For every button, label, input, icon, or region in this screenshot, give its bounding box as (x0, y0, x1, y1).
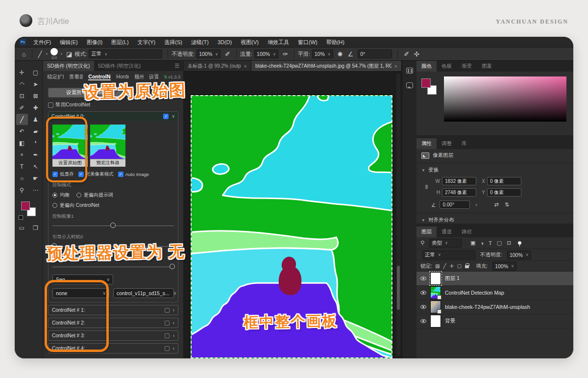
subtab[interactable]: 稳定扩散 (47, 74, 64, 80)
option-checkbox[interactable]: Auto Image (118, 171, 149, 177)
panel-tab[interactable]: 颜色 (416, 61, 437, 72)
lock-pixels-icon[interactable]: ╱ (443, 263, 446, 269)
tool-gradient[interactable]: ◧ (16, 137, 28, 149)
filter-shape-icon[interactable]: ▢ (497, 240, 502, 246)
menu-item[interactable]: 图层(L) (107, 39, 133, 45)
tool-history-brush[interactable]: ↶ (16, 126, 28, 137)
tool-lasso[interactable]: ◠ (16, 78, 28, 90)
filter-type-icon[interactable]: T (489, 240, 492, 246)
tool-path-select[interactable]: ↖ (30, 161, 42, 172)
close-icon[interactable]: × (244, 63, 247, 69)
y-input[interactable]: 0 像素 (487, 188, 521, 197)
symmetry-icon[interactable]: ✣ (414, 50, 419, 58)
document-tab[interactable]: blake-cheek-T24pwZ7AIhM-unsplash.jpg @ 5… (251, 61, 402, 71)
panel-tab[interactable]: 库 (457, 138, 472, 149)
panel-tab[interactable]: 通道 (437, 227, 457, 237)
layer-thumbnail[interactable] (430, 286, 441, 299)
subtab[interactable]: ControlNet (88, 74, 111, 80)
panel-tab[interactable]: 调整 (437, 138, 457, 149)
opacity-select[interactable]: 100% (196, 50, 220, 58)
quick-mask-button[interactable]: ▭ (16, 222, 28, 233)
plugin-tab[interactable]: SD插件 (明空汉化) (43, 61, 94, 71)
foreground-color-swatch[interactable] (21, 202, 30, 210)
pressure-size-icon[interactable]: ✐ (404, 50, 409, 58)
history-panel-icon[interactable] (406, 68, 413, 74)
layer-opacity-select[interactable]: 100% (507, 251, 531, 259)
layer-fill-select[interactable]: 100% (492, 262, 516, 271)
menu-item[interactable]: 视图(V) (236, 39, 263, 45)
link-dimensions-icon[interactable]: ∞ (423, 183, 430, 190)
canvas-scrollbar[interactable] (396, 74, 400, 356)
expand-chevron-icon[interactable]: ‹ (173, 346, 174, 351)
flip-horizontal-icon[interactable]: ⇄ (494, 202, 499, 208)
tool-blur[interactable]: ❛ (30, 137, 42, 149)
tool-hand[interactable]: ☛ (30, 173, 42, 184)
panel-tab[interactable]: 图层 (416, 227, 437, 237)
lock-artboard-icon[interactable]: ▢ (457, 263, 462, 269)
tool-brush[interactable]: ╱ (16, 114, 28, 125)
checkbox-icon[interactable] (165, 308, 170, 313)
menu-item[interactable]: 增效工具 (263, 39, 294, 45)
airbrush-icon[interactable]: ✑ (283, 50, 288, 58)
control-weight-slider[interactable] (52, 223, 174, 229)
layer-thumbnail[interactable] (430, 315, 441, 328)
flow-select[interactable]: 100% (254, 50, 278, 58)
panel-tab[interactable]: 渐变 (457, 61, 477, 72)
visibility-eye-icon[interactable] (420, 319, 426, 323)
filter-toggle-pin-icon[interactable] (518, 241, 521, 245)
menu-item[interactable]: 3D(D) (213, 39, 236, 45)
plugin-tab[interactable]: SD插件 (明空汉化) (94, 61, 145, 71)
subtab[interactable]: 查看器 (69, 74, 83, 80)
screen-mode-button[interactable]: ❐ (30, 222, 42, 233)
checkbox-icon[interactable] (165, 321, 170, 326)
tool-shape[interactable]: ○ (16, 173, 28, 184)
tool-eyedropper[interactable]: ✐ (16, 102, 28, 113)
slider-thumb[interactable] (110, 223, 116, 228)
filter-adjustment-icon[interactable]: ◑ (480, 240, 484, 246)
layer-row[interactable]: 图层 1 (416, 272, 573, 286)
panel-tab[interactable]: 属性 (416, 138, 437, 149)
preview-annotator-button[interactable]: 预览注释器 (90, 159, 125, 167)
menu-item[interactable]: 窗口(W) (294, 39, 322, 45)
rotation-input[interactable]: 0.00° (440, 201, 470, 209)
comments-panel-icon[interactable] (406, 82, 413, 88)
guidance-end-slider[interactable] (52, 264, 174, 271)
menu-item[interactable]: 文件(F) (29, 39, 55, 45)
tool-frame[interactable]: ⊠ (30, 90, 42, 101)
color-picker-field[interactable] (444, 76, 566, 122)
menu-item[interactable]: 文字(Y) (133, 39, 160, 45)
visibility-eye-icon[interactable] (420, 277, 426, 280)
annotator-preview-thumb[interactable]: 预览注释器 (90, 125, 125, 167)
slider-thumb[interactable] (170, 264, 175, 269)
tool-eraser[interactable]: ▰ (30, 126, 42, 137)
collapse-chevron-icon[interactable]: ∨ (172, 114, 175, 119)
brush-preview[interactable]: 114 (50, 48, 58, 60)
filter-type-select[interactable]: 类型 (429, 239, 462, 248)
tool-object-selection[interactable]: ➤ (30, 78, 42, 90)
tool-crop[interactable]: ⊡ (16, 90, 28, 101)
menu-item[interactable]: 帮助(H) (322, 39, 349, 45)
flip-vertical-icon[interactable]: ⇅ (505, 202, 509, 208)
default-colors-icon[interactable] (19, 215, 23, 220)
update-icon[interactable]: ⇅ (164, 75, 168, 79)
brush-angle-input[interactable]: 0° (358, 50, 392, 58)
tool-zoom[interactable]: ⚲ (16, 184, 28, 196)
visibility-eye-icon[interactable] (420, 305, 426, 309)
model-select[interactable]: control_v11p_sd15_s... (113, 288, 174, 298)
checkbox-icon[interactable] (165, 333, 170, 338)
scrollbar-thumb[interactable] (397, 266, 400, 310)
layer-blend-mode-select[interactable]: 正常 (422, 251, 475, 259)
tool-move[interactable]: ✛ (16, 67, 28, 78)
menu-item[interactable]: 选择(S) (160, 39, 187, 45)
layer-row[interactable]: ControlNet Detection Map (416, 286, 573, 300)
panel-tab[interactable]: 色板 (437, 61, 457, 72)
smoothing-select[interactable]: 10% (312, 50, 333, 58)
brush-tool-icon[interactable]: ╱ (38, 50, 42, 58)
layer-row[interactable]: 背景 (416, 314, 573, 328)
expand-chevron-icon[interactable]: ‹ (173, 307, 174, 313)
tool-clone-stamp[interactable]: ♟ (30, 114, 42, 125)
controlnet-0-enabled-checkbox[interactable] (163, 114, 169, 119)
foreground-color-swatch[interactable] (421, 78, 431, 88)
layer-row[interactable]: blake-cheek-T24pwZ7AIhM-unsplash (416, 300, 573, 314)
blend-mode-select[interactable]: 正常 (89, 50, 162, 58)
